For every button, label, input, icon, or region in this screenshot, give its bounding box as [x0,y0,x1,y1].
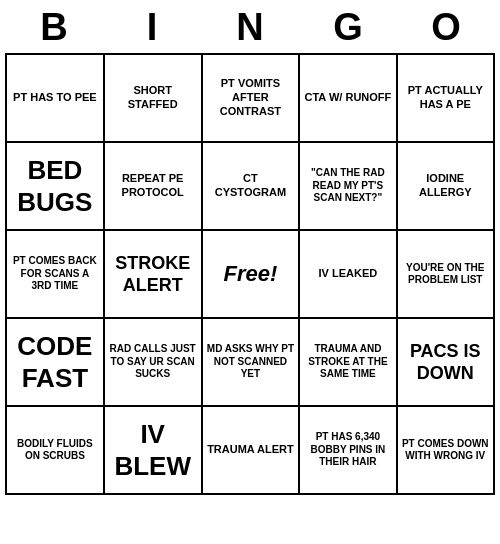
letter-n: N [210,6,290,49]
letter-i: I [112,6,192,49]
cell-r1-c4: IODINE ALLERGY [397,142,494,230]
cell-r0-c2: PT VOMITS AFTER CONTRAST [202,54,300,142]
cell-r2-c3: IV LEAKED [299,230,396,318]
letter-b: B [14,6,94,49]
cell-r2-c0: PT COMES BACK FOR SCANS A 3RD TIME [6,230,104,318]
cell-r0-c3: CTA W/ RUNOFF [299,54,396,142]
cell-r3-c3: TRAUMA AND STROKE AT THE SAME TIME [299,318,396,406]
letter-o: O [406,6,486,49]
cell-r0-c0: PT HAS TO PEE [6,54,104,142]
cell-r1-c1: REPEAT PE PROTOCOL [104,142,202,230]
cell-r2-c1: STROKE ALERT [104,230,202,318]
cell-r4-c3: PT HAS 6,340 BOBBY PINS IN THEIR HAIR [299,406,396,494]
cell-r3-c0: CODE FAST [6,318,104,406]
bingo-grid: PT HAS TO PEESHORT STAFFEDPT VOMITS AFTE… [5,53,495,495]
cell-r2-c2: Free! [202,230,300,318]
cell-r1-c0: BED BUGS [6,142,104,230]
bingo-title: B I N G O [5,0,495,53]
cell-r4-c1: IV BLEW [104,406,202,494]
cell-r3-c1: RAD CALLS JUST TO SAY UR SCAN SUCKS [104,318,202,406]
cell-r4-c4: PT COMES DOWN WITH WRONG IV [397,406,494,494]
cell-r1-c3: "CAN THE RAD READ MY PT'S SCAN NEXT?" [299,142,396,230]
cell-r0-c1: SHORT STAFFED [104,54,202,142]
cell-r2-c4: YOU'RE ON THE PROBLEM LIST [397,230,494,318]
cell-r3-c4: PACS IS DOWN [397,318,494,406]
cell-r4-c2: TRAUMA ALERT [202,406,300,494]
cell-r4-c0: BODILY FLUIDS ON SCRUBS [6,406,104,494]
cell-r1-c2: CT CYSTOGRAM [202,142,300,230]
letter-g: G [308,6,388,49]
cell-r0-c4: PT ACTUALLY HAS A PE [397,54,494,142]
cell-r3-c2: MD ASKS WHY PT NOT SCANNED YET [202,318,300,406]
